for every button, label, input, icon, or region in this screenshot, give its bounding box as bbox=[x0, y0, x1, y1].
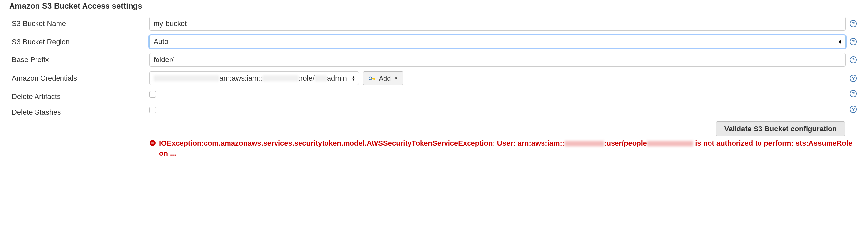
bucket-region-select[interactable]: Auto ▲▼ bbox=[149, 35, 846, 48]
row-base-prefix: Base Prefix ? bbox=[9, 53, 859, 67]
bucket-region-value: Auto bbox=[154, 37, 834, 46]
svg-text:?: ? bbox=[851, 91, 855, 96]
row-validate: Validate S3 Bucket configuration bbox=[9, 121, 859, 136]
row-bucket-name: S3 Bucket Name ? bbox=[9, 17, 859, 31]
redacted-text bbox=[315, 75, 327, 81]
help-icon[interactable]: ? bbox=[849, 20, 857, 27]
label-delete-stashes: Delete Stashes bbox=[12, 105, 149, 117]
svg-rect-9 bbox=[374, 78, 375, 79]
redacted-text bbox=[647, 141, 693, 146]
add-button-label: Add bbox=[379, 75, 391, 82]
svg-text:?: ? bbox=[851, 57, 855, 63]
label-base-prefix: Base Prefix bbox=[12, 53, 149, 64]
error-row: IOException:com.amazonaws.services.secur… bbox=[9, 138, 859, 159]
svg-rect-8 bbox=[373, 78, 374, 79]
redacted-text bbox=[154, 75, 219, 81]
error-message: IOException:com.amazonaws.services.secur… bbox=[159, 138, 859, 159]
svg-point-6 bbox=[369, 77, 371, 79]
label-bucket-name: S3 Bucket Name bbox=[12, 17, 149, 28]
base-prefix-input[interactable] bbox=[149, 53, 846, 67]
help-icon[interactable]: ? bbox=[849, 106, 857, 113]
row-bucket-region: S3 Bucket Region Auto ▲▼ ? bbox=[9, 35, 859, 48]
credentials-select[interactable]: arn:aws:iam:: :role/ admin ▲▼ bbox=[149, 71, 359, 85]
row-delete-stashes: Delete Stashes ? bbox=[9, 105, 859, 117]
validate-button[interactable]: Validate S3 Bucket configuration bbox=[716, 121, 845, 136]
svg-text:?: ? bbox=[851, 106, 855, 112]
delete-stashes-checkbox[interactable] bbox=[149, 107, 156, 113]
label-delete-artifacts: Delete Artifacts bbox=[12, 90, 149, 101]
svg-text:?: ? bbox=[851, 39, 855, 44]
row-delete-artifacts: Delete Artifacts ? bbox=[9, 90, 859, 101]
key-icon bbox=[369, 76, 376, 80]
redacted-text bbox=[564, 141, 604, 146]
delete-artifacts-checkbox[interactable] bbox=[149, 91, 156, 98]
help-icon[interactable]: ? bbox=[849, 38, 857, 45]
svg-text:?: ? bbox=[851, 75, 855, 81]
chevron-down-icon: ▼ bbox=[394, 76, 398, 80]
label-bucket-region: S3 Bucket Region bbox=[12, 35, 149, 46]
svg-rect-17 bbox=[151, 142, 154, 143]
bucket-name-input[interactable] bbox=[149, 17, 846, 31]
label-credentials: Amazon Credentials bbox=[12, 71, 149, 82]
section-header: Amazon S3 Bucket Access settings bbox=[9, 0, 859, 13]
updown-icon: ▲▼ bbox=[352, 76, 355, 80]
svg-text:?: ? bbox=[851, 21, 855, 26]
credentials-value: arn:aws:iam:: :role/ admin bbox=[154, 74, 347, 82]
error-icon bbox=[149, 140, 156, 146]
redacted-text bbox=[262, 75, 299, 81]
add-credentials-button[interactable]: Add ▼ bbox=[363, 71, 403, 85]
help-icon[interactable]: ? bbox=[849, 75, 857, 82]
row-credentials: Amazon Credentials arn:aws:iam:: :role/ … bbox=[9, 71, 859, 85]
help-icon[interactable]: ? bbox=[849, 90, 857, 97]
help-icon[interactable]: ? bbox=[849, 56, 857, 63]
updown-icon: ▲▼ bbox=[838, 39, 842, 44]
